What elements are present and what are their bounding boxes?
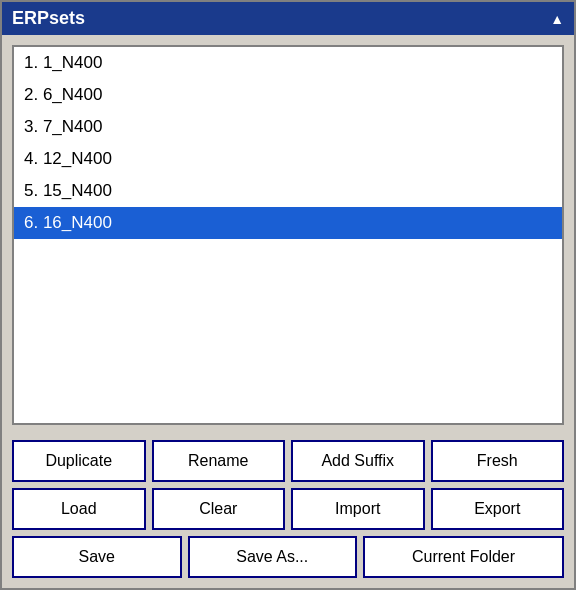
save-button[interactable]: Save: [12, 536, 182, 578]
load-button[interactable]: Load: [12, 488, 146, 530]
rename-button[interactable]: Rename: [152, 440, 286, 482]
list-item[interactable]: 5. 15_N400: [14, 175, 562, 207]
button-row-3: Save Save As... Current Folder: [12, 536, 564, 578]
clear-button[interactable]: Clear: [152, 488, 286, 530]
list-item[interactable]: 3. 7_N400: [14, 111, 562, 143]
button-row-2: Load Clear Import Export: [12, 488, 564, 530]
list-item-selected[interactable]: 6. 16_N400: [14, 207, 562, 239]
button-row-1: Duplicate Rename Add Suffix Fresh: [12, 440, 564, 482]
title-bar-arrow[interactable]: ▲: [550, 11, 564, 27]
export-button[interactable]: Export: [431, 488, 565, 530]
import-button[interactable]: Import: [291, 488, 425, 530]
main-window: ERPsets ▲ 1. 1_N400 2. 6_N400 3. 7_N400 …: [0, 0, 576, 590]
window-title: ERPsets: [12, 8, 85, 29]
list-item[interactable]: 4. 12_N400: [14, 143, 562, 175]
fresh-button[interactable]: Fresh: [431, 440, 565, 482]
current-folder-button[interactable]: Current Folder: [363, 536, 564, 578]
add-suffix-button[interactable]: Add Suffix: [291, 440, 425, 482]
buttons-area: Duplicate Rename Add Suffix Fresh Load C…: [2, 435, 574, 588]
list-item[interactable]: 1. 1_N400: [14, 47, 562, 79]
save-as-button[interactable]: Save As...: [188, 536, 358, 578]
erp-sets-list[interactable]: 1. 1_N400 2. 6_N400 3. 7_N400 4. 12_N400…: [12, 45, 564, 425]
title-bar: ERPsets ▲: [2, 2, 574, 35]
duplicate-button[interactable]: Duplicate: [12, 440, 146, 482]
list-item[interactable]: 2. 6_N400: [14, 79, 562, 111]
